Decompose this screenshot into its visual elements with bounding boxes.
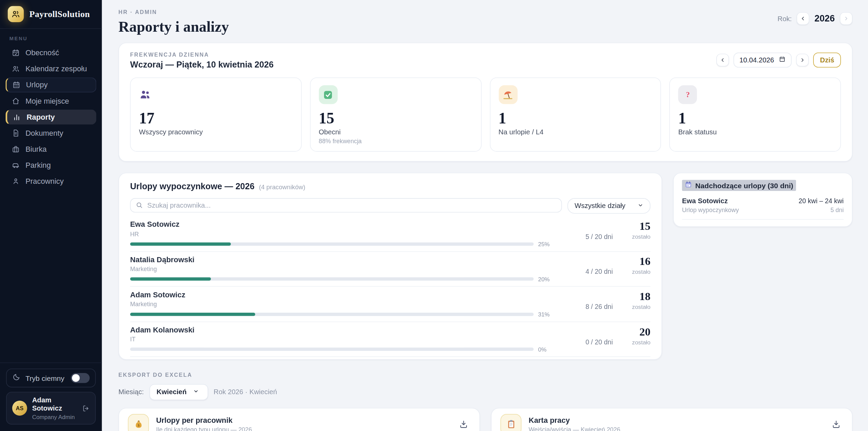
sidebar-item-dokumenty[interactable]: Dokumenty xyxy=(5,125,96,140)
chevron-down-icon xyxy=(193,388,199,396)
money-bag-icon: $ xyxy=(128,414,149,431)
export-card-work-card[interactable]: Karta pracy Wejścia/wyjścia — Kwiecień 2… xyxy=(491,408,853,431)
page-title: Raporty i analizy xyxy=(118,18,229,35)
leave-used: 8 / 26 dni xyxy=(560,303,613,311)
leave-title: Urlopy wypoczynkowe — 2026 xyxy=(130,182,254,192)
stat-card-on-leave: 1 Na urlopie / L4 xyxy=(490,77,661,152)
export-period-note: Rok 2026 · Kwiecień xyxy=(214,388,277,396)
sidebar-item-moje-miejsce[interactable]: Moje miejsce xyxy=(5,93,96,108)
sidebar-item-label: Kalendarz zespołu xyxy=(26,65,87,73)
year-prev-button[interactable] xyxy=(797,12,809,25)
leave-row[interactable]: Adam Sotowicz Marketing 31% 8 / 26 dni 1… xyxy=(130,287,650,322)
sidebar-item-pracownicy[interactable]: Pracownicy xyxy=(5,174,96,189)
person-icon xyxy=(12,177,20,185)
stat-label: Obecni xyxy=(319,129,472,136)
leave-row[interactable]: Natalia Dąbrowski Marketing 20% 4 / 20 d… xyxy=(130,252,650,287)
chevron-down-icon xyxy=(638,202,643,210)
people-icon xyxy=(12,65,20,73)
sidebar-item-raporty[interactable]: Raporty xyxy=(5,109,96,124)
year-next-button[interactable] xyxy=(840,12,852,25)
sidebar-item-label: Obecność xyxy=(26,49,59,57)
export-card-leave-per-employee[interactable]: $ Urlopy per pracownik Ile dni każdego t… xyxy=(118,408,480,431)
month-label: Miesiąc: xyxy=(118,388,144,396)
leave-used: 0 / 20 dni xyxy=(560,338,613,346)
leave-percent: 25% xyxy=(538,241,554,247)
dark-mode-row: Tryb ciemny xyxy=(6,369,96,387)
leave-count-note: (4 pracowników) xyxy=(259,184,305,191)
sidebar-item-urlopy[interactable]: Urlopy xyxy=(5,77,96,92)
year-label: Rok: xyxy=(778,15,792,23)
leave-progress-bar xyxy=(130,347,533,351)
date-prev-button[interactable] xyxy=(716,54,729,66)
user-name: Adam Sotowicz xyxy=(32,396,77,413)
today-button[interactable]: Dziś xyxy=(813,53,841,68)
search-field xyxy=(130,198,562,214)
export-controls: Miesiąc: Kwiecień Rok 2026 · Kwiecień xyxy=(118,384,852,400)
avatar: AS xyxy=(12,401,27,416)
breadcrumb: HR · ADMIN xyxy=(118,9,229,15)
leave-progress-fill xyxy=(130,277,211,281)
sidebar-item-label: Dokumenty xyxy=(26,129,63,137)
sidebar-item-obecnosc[interactable]: Obecność xyxy=(5,45,96,60)
check-green-icon xyxy=(319,85,337,104)
sidebar-item-label: Biurka xyxy=(26,145,47,153)
sidebar-item-label: Parking xyxy=(26,161,51,169)
user-card[interactable]: AS Adam Sotowicz Company Admin xyxy=(6,392,96,425)
month-select[interactable]: Kwiecień xyxy=(149,384,208,400)
upcoming-leaves-panel: Nadchodzące urlopy (30 dni) Ewa Sotowicz… xyxy=(673,173,853,227)
leave-progress-fill xyxy=(130,242,231,246)
employee-department: HR xyxy=(130,231,554,238)
leave-remaining: 15 xyxy=(619,221,650,232)
car-icon xyxy=(12,161,20,169)
stat-value: 15 xyxy=(319,110,472,127)
clipboard-icon xyxy=(500,414,521,431)
user-role: Company Admin xyxy=(32,413,77,420)
leave-progress-bar xyxy=(130,312,533,316)
date-controls: 10.04.2026 Dziś xyxy=(716,53,841,68)
sidebar-item-parking[interactable]: Parking xyxy=(5,158,96,173)
month-select-value: Kwiecień xyxy=(157,388,187,396)
stat-value: 1 xyxy=(499,110,652,127)
sidebar-item-label: Pracownicy xyxy=(26,177,64,185)
svg-text:$: $ xyxy=(137,423,139,427)
stat-label: Wszyscy pracownicy xyxy=(139,129,293,136)
beach-umbrella-icon xyxy=(499,85,517,104)
stat-value: 17 xyxy=(139,110,293,127)
leave-row[interactable]: Ewa Sotowicz HR 25% 5 / 20 dni 15 został… xyxy=(130,217,650,252)
date-input[interactable]: 10.04.2026 xyxy=(733,53,792,68)
employee-name: Ewa Sotowicz xyxy=(130,221,554,229)
calendar-check-icon xyxy=(12,49,20,57)
calendar-picker-icon[interactable] xyxy=(779,56,785,64)
export-card-title: Urlopy per pracownik xyxy=(156,416,450,424)
leave-progress-fill xyxy=(130,312,255,316)
menu-section-label: MENU xyxy=(0,29,102,44)
download-icon[interactable] xyxy=(829,417,843,431)
leave-remaining: 20 xyxy=(619,326,650,337)
sidebar-item-kalendarz-zespolu[interactable]: Kalendarz zespołu xyxy=(5,61,96,76)
leave-remaining-label: zostało xyxy=(619,233,650,240)
stat-value: 1 xyxy=(678,110,832,127)
download-icon[interactable] xyxy=(457,417,471,431)
stat-label: Na urlopie / L4 xyxy=(499,129,652,136)
bar-chart-icon xyxy=(13,113,21,121)
attendance-eyebrow: FREKWENCJA DZIENNA xyxy=(130,51,274,58)
export-eyebrow: EKSPORT DO EXCELA xyxy=(118,372,852,378)
date-next-button[interactable] xyxy=(796,54,809,66)
calendar-emoji-icon xyxy=(685,181,692,190)
upcoming-title-text: Nadchodzące urlopy (30 dni) xyxy=(695,181,793,190)
brand-header: PayrollSolution xyxy=(0,0,102,28)
leave-percent: 31% xyxy=(538,311,554,317)
sidebar-nav: Obecność Kalendarz zespołu Urlopy Moje m… xyxy=(0,44,102,190)
date-value: 10.04.2026 xyxy=(739,56,774,64)
logout-icon[interactable] xyxy=(82,404,90,412)
leave-rows: Ewa Sotowicz HR 25% 5 / 20 dni 15 został… xyxy=(130,217,650,357)
dark-mode-toggle[interactable] xyxy=(71,373,90,383)
leave-row[interactable]: Adam Kolanowski IT 0% 0 / 20 dni 20 zost… xyxy=(130,322,650,357)
employee-name: Adam Sotowicz xyxy=(130,291,554,299)
leave-percent: 0% xyxy=(538,346,554,352)
leave-progress-bar xyxy=(130,242,533,246)
search-input[interactable] xyxy=(130,198,562,213)
attendance-date-heading: Wczoraj — Piątek, 10 kwietnia 2026 xyxy=(130,60,274,70)
department-select[interactable]: Wszystkie działy xyxy=(568,198,650,214)
sidebar-item-biurka[interactable]: Biurka xyxy=(5,142,96,157)
